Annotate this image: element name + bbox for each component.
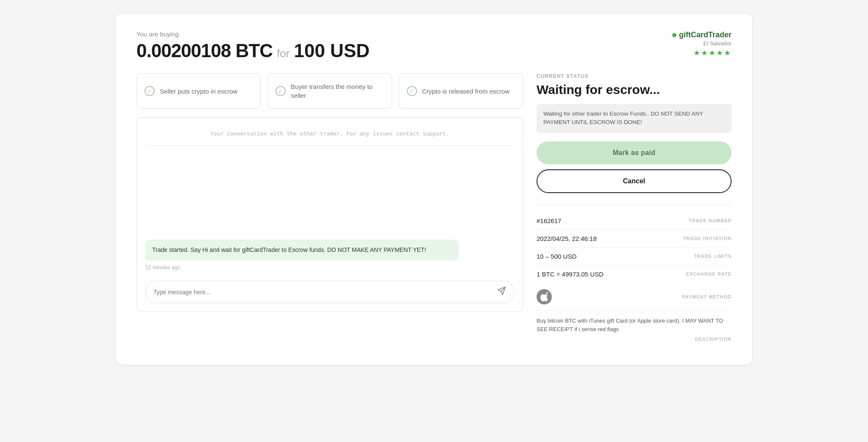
step-1-icon: ✓	[145, 86, 155, 96]
trade-amount: 0.00200108 BTC for 100 USD	[136, 40, 370, 61]
buying-label: You are buying	[136, 30, 370, 38]
cancel-button[interactable]: Cancel	[537, 169, 732, 193]
chat-notice: Your conversation with the other trader.…	[145, 126, 514, 146]
description-section: Buy bitcoin BTC with iTunes gift Card (o…	[537, 311, 732, 348]
description-label: DESCRIPTION	[537, 337, 732, 342]
exchange-rate-value: 1 BTC = 49973.05 USD	[537, 271, 604, 278]
trade-initiation-row: 2022/04/25, 22:46:18 TRADE INITIATION	[537, 230, 732, 248]
step-2: ✓ Buyer transfers the money to seller	[267, 73, 392, 109]
right-panel: CURRENT STATUS Waiting for escrow... Wai…	[537, 73, 732, 348]
description-text: Buy bitcoin BTC with iTunes gift Card (o…	[537, 317, 732, 334]
steps-row: ✓ Seller puts crypto in escrow ✓ Buyer t…	[136, 73, 523, 109]
btc-amount: 0.00200108 BTC	[136, 40, 273, 61]
apple-icon	[537, 289, 552, 304]
main-content: ✓ Seller puts crypto in escrow ✓ Buyer t…	[136, 73, 732, 348]
chat-messages: Trade started. Say Hi and wait for giftC…	[145, 152, 514, 276]
trader-stars: ★★★★★	[672, 48, 732, 58]
current-status-label: CURRENT STATUS	[537, 73, 732, 79]
chat-area: Your conversation with the other trader.…	[136, 117, 523, 312]
escrow-warning: Waiting for other trader to Escrow Funds…	[537, 104, 732, 133]
step-1-text: Seller puts crypto in escrow	[160, 87, 237, 96]
chat-input-row[interactable]	[145, 281, 514, 303]
trade-number-value: #162617	[537, 217, 561, 224]
exchange-rate-row: 1 BTC = 49973.05 USD EXCHANGE RATE	[537, 265, 732, 283]
trader-location: El Salvador	[672, 40, 732, 47]
payment-method-label: PAYMENT METHOD	[682, 294, 732, 299]
mark-paid-button[interactable]: Mark as paid	[537, 141, 732, 164]
usd-amount: 100 USD	[294, 40, 370, 61]
for-label: for	[277, 47, 289, 60]
step-3-icon: ✓	[407, 86, 417, 96]
chat-input[interactable]	[153, 289, 497, 296]
chat-bubble: Trade started. Say Hi and wait for giftC…	[145, 240, 459, 260]
trader-name: giftCardTrader	[672, 30, 732, 39]
trade-details: #162617 TRADE NUMBER 2022/04/25, 22:46:1…	[537, 205, 732, 348]
step-1: ✓ Seller puts crypto in escrow	[136, 73, 261, 109]
trade-limits-label: TRADE LIMITS	[694, 254, 732, 259]
step-3-text: Crypto is released from escrow	[422, 87, 510, 96]
online-indicator	[672, 33, 676, 37]
trader-info: giftCardTrader El Salvador ★★★★★	[672, 30, 732, 58]
send-button[interactable]	[497, 286, 506, 298]
chat-time: 12 minutes ago	[145, 265, 514, 271]
trade-number-label: TRADE NUMBER	[689, 218, 732, 223]
step-2-icon: ✓	[275, 86, 286, 96]
exchange-rate-label: EXCHANGE RATE	[686, 271, 732, 276]
left-panel: ✓ Seller puts crypto in escrow ✓ Buyer t…	[136, 73, 523, 348]
trade-initiation-label: TRADE INITIATION	[683, 236, 732, 241]
status-title: Waiting for escrow...	[537, 83, 732, 97]
trade-initiation-value: 2022/04/25, 22:46:18	[537, 235, 597, 242]
step-3: ✓ Crypto is released from escrow	[399, 73, 523, 109]
trade-limits-row: 10 – 500 USD TRADE LIMITS	[537, 248, 732, 265]
left-header: You are buying 0.00200108 BTC for 100 US…	[136, 30, 370, 61]
payment-method-row: PAYMENT METHOD	[537, 283, 732, 311]
step-2-text: Buyer transfers the money to seller	[291, 82, 384, 100]
top-row: You are buying 0.00200108 BTC for 100 US…	[136, 30, 732, 61]
trade-number-row: #162617 TRADE NUMBER	[537, 212, 732, 230]
trade-limits-value: 10 – 500 USD	[537, 253, 576, 260]
send-icon	[497, 286, 506, 298]
